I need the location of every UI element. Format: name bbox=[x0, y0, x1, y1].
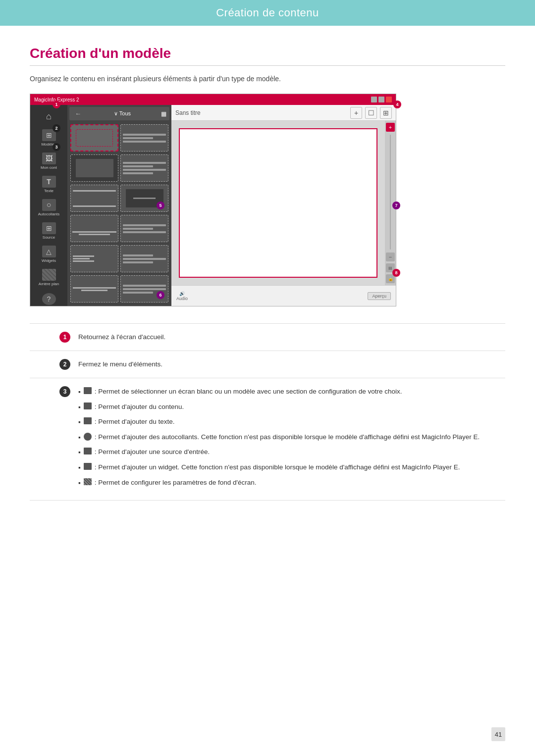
template-item-11[interactable] bbox=[70, 275, 118, 302]
template-item-2[interactable] bbox=[120, 124, 168, 151]
screenshot-num-1: 1 bbox=[53, 101, 60, 108]
desc-list-item-4: : Permet d'ajouter des autocollants. Cet… bbox=[78, 432, 480, 443]
template-item-1[interactable] bbox=[70, 124, 118, 151]
screenshot-num-8: 8 bbox=[392, 269, 400, 277]
sidebar-label-background: Arrière plan bbox=[39, 282, 59, 286]
template-item-3[interactable] bbox=[70, 154, 118, 182]
template-grid bbox=[69, 123, 169, 152]
screenshot-container: MagicInfo Express 2 ⌂ ⊞ Modèles bbox=[30, 94, 396, 306]
icon-add-content bbox=[84, 403, 92, 409]
widgets-icon: △ bbox=[42, 246, 56, 257]
template-item-4[interactable] bbox=[120, 154, 168, 182]
add-zone-button[interactable]: + bbox=[386, 123, 395, 132]
filter-label[interactable]: ∨ Tous bbox=[114, 110, 131, 117]
tpl-line bbox=[123, 165, 153, 167]
template-panel-header: ← ∨ Tous ▦ bbox=[69, 107, 169, 120]
tpl-line bbox=[123, 169, 166, 171]
sidebar-item-content[interactable]: 🖼 Mon cont bbox=[33, 150, 65, 172]
template-grid-3 bbox=[69, 184, 169, 213]
template-grid-6 bbox=[69, 274, 169, 303]
desc-list-item-5: : Permet d'ajouter une source d'entrée. bbox=[78, 447, 480, 458]
sidebar-label-stickers: Autocollants bbox=[38, 212, 60, 216]
audio-icon: 🔊 bbox=[179, 291, 185, 296]
tpl-lines-3 bbox=[121, 222, 168, 235]
tpl-line bbox=[123, 231, 166, 233]
sidebar-label-widgets: Widgets bbox=[42, 258, 56, 263]
template-item-10[interactable] bbox=[120, 245, 168, 272]
zoom-minus-button[interactable]: − bbox=[386, 252, 395, 261]
screenshot-num-7: 7 bbox=[392, 202, 400, 209]
filter-icon: ▦ bbox=[161, 110, 166, 117]
main-content: Création d'un modèle Organisez le conten… bbox=[0, 26, 535, 520]
preview-button[interactable]: Aperçu bbox=[368, 292, 391, 300]
tpl-line bbox=[123, 228, 153, 230]
sidebar-label-text: Texte bbox=[44, 189, 54, 193]
sidebar-item-text[interactable]: T Texte bbox=[33, 173, 65, 196]
desc-section: 1 Retournez à l'écran d'accueil. 2 Ferme… bbox=[30, 323, 505, 501]
text-icon: T bbox=[42, 176, 56, 188]
desc-num-1: 1 bbox=[59, 332, 70, 343]
desc-list-item-2: : Permet d'ajouter du contenu. bbox=[78, 402, 480, 413]
intro-text: Organisez le contenu en insérant plusieu… bbox=[30, 75, 505, 83]
desc-row-2: 2 Fermez le menu d'éléments. bbox=[30, 351, 505, 378]
tpl-line bbox=[123, 285, 166, 287]
sidebar-item-help[interactable]: ? bbox=[33, 291, 65, 306]
sidebar: ⌂ ⊞ Modèles 🖼 Mon cont T Texte bbox=[30, 105, 67, 306]
canvas-title: Sans titre bbox=[175, 109, 201, 116]
icon-blank-template bbox=[84, 387, 92, 394]
page-number: 41 bbox=[491, 727, 505, 741]
template-item-8[interactable] bbox=[120, 215, 168, 242]
minimize-icon bbox=[371, 97, 377, 102]
preview-control[interactable]: Aperçu bbox=[368, 292, 391, 300]
template-grid-4 bbox=[69, 214, 169, 243]
tpl-line bbox=[123, 292, 153, 294]
template-item-9[interactable] bbox=[70, 245, 118, 272]
template-item-5[interactable] bbox=[70, 185, 118, 212]
sidebar-item-background[interactable]: Arrière plan bbox=[33, 266, 65, 289]
template-item-7[interactable] bbox=[70, 215, 118, 242]
screenshot-num-4: 4 bbox=[393, 101, 401, 108]
add-button[interactable]: + bbox=[350, 107, 362, 119]
icon-background bbox=[84, 478, 92, 485]
screenshot-num-5: 5 bbox=[157, 202, 164, 209]
header-title: Création de contenu bbox=[216, 6, 319, 19]
sidebar-item-home[interactable]: ⌂ bbox=[33, 108, 65, 126]
tpl-line bbox=[123, 288, 166, 290]
template-panel: ← ∨ Tous ▦ bbox=[67, 105, 171, 306]
app-titlebar: MagicInfo Express 2 bbox=[30, 94, 396, 105]
canvas-toolbar-btns: + ☐ ⊞ bbox=[350, 107, 392, 119]
canvas-workspace bbox=[171, 121, 385, 285]
tpl-line bbox=[123, 254, 153, 256]
desc-list-item-7: : Permet de configurer les paramètres de… bbox=[78, 477, 480, 489]
screenshot-num-2: 2 bbox=[53, 124, 60, 132]
app-body: ⌂ ⊞ Modèles 🖼 Mon cont T Texte bbox=[30, 105, 396, 306]
sidebar-label-content: Mon cont bbox=[41, 165, 57, 170]
desc-row-3: 3 : Permet de sélectionner un écran blan… bbox=[30, 378, 505, 501]
template-grid-5 bbox=[69, 244, 169, 273]
stickers-icon: ○ bbox=[42, 199, 56, 211]
desc-num-2: 2 bbox=[59, 359, 70, 370]
content-frame bbox=[179, 128, 377, 278]
icon-add-source bbox=[84, 448, 92, 454]
tpl-line bbox=[123, 258, 166, 260]
canvas-area: Sans titre + ☐ ⊞ + bbox=[171, 105, 396, 306]
layout-single-button[interactable]: ☐ bbox=[365, 107, 377, 119]
header-bar: Création de contenu bbox=[0, 0, 535, 26]
tpl-line bbox=[123, 141, 166, 143]
layout-grid-button[interactable]: ⊞ bbox=[380, 107, 392, 119]
sidebar-item-widgets[interactable]: △ Widgets bbox=[33, 243, 65, 265]
tpl-line bbox=[123, 172, 153, 174]
audio-control[interactable]: 🔊 Audio bbox=[176, 291, 188, 301]
canvas-toolbar: Sans titre + ☐ ⊞ bbox=[171, 105, 396, 121]
sidebar-item-stickers[interactable]: ○ Autocollants bbox=[33, 197, 65, 219]
page-title: Création d'un modèle bbox=[30, 46, 505, 61]
desc-row-1: 1 Retournez à l'écran d'accueil. bbox=[30, 324, 505, 351]
screenshot-num-3: 3 bbox=[53, 143, 60, 151]
home-icon: ⌂ bbox=[42, 110, 56, 122]
desc-num-3: 3 bbox=[59, 386, 70, 397]
icon-add-text bbox=[84, 417, 92, 424]
back-button[interactable]: ← bbox=[72, 109, 84, 118]
desc-list-3: : Permet de sélectionner un écran blanc … bbox=[78, 386, 480, 488]
tpl-lines-1 bbox=[121, 132, 168, 145]
sidebar-item-source[interactable]: ⊞ Source bbox=[33, 220, 65, 242]
